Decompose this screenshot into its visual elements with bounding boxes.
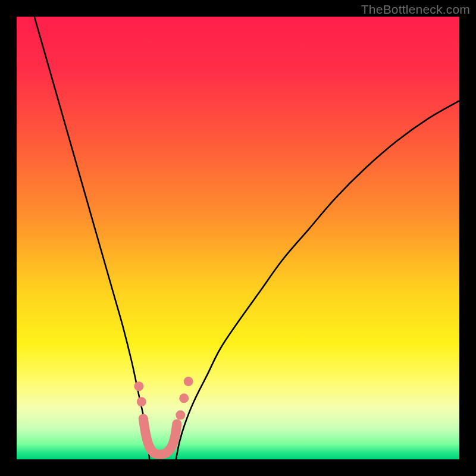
marker-dot bbox=[137, 397, 146, 406]
bottleneck-chart bbox=[17, 17, 459, 459]
gradient-background bbox=[17, 17, 459, 459]
marker-dot bbox=[134, 381, 143, 391]
chart-frame: TheBottleneck.com bbox=[0, 0, 476, 476]
marker-dot bbox=[179, 393, 189, 403]
watermark-text: TheBottleneck.com bbox=[361, 2, 470, 17]
marker-dot bbox=[176, 411, 185, 420]
marker-dot bbox=[184, 377, 193, 386]
plot-area bbox=[17, 17, 459, 459]
